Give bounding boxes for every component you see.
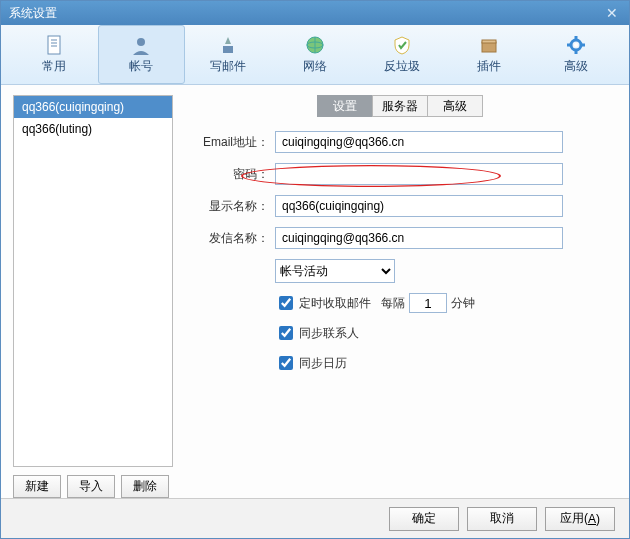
tool-label: 写邮件 [210,58,246,75]
sync-calendar-label: 同步日历 [299,355,347,372]
tool-antispam[interactable]: 反垃圾 [358,25,445,84]
apply-button[interactable]: 应用(A) [545,507,615,531]
user-icon [130,34,152,56]
inkwell-icon [217,34,239,56]
shield-icon [391,34,413,56]
window-title: 系统设置 [9,5,57,22]
password-label: 密码： [187,166,275,183]
tab-settings[interactable]: 设置 [317,95,373,117]
display-name-field[interactable] [275,195,563,217]
list-item[interactable]: qq366(luting) [14,118,172,140]
tab-advanced[interactable]: 高级 [427,95,483,117]
tool-plugins[interactable]: 插件 [445,25,532,84]
main: 设置 服务器 高级 Email地址： 密码： 显示名称： [187,95,617,498]
settings-window: 系统设置 ✕ 常用 帐号 写邮件 网络 [0,0,630,539]
sender-label: 发信名称： [187,230,275,247]
page-icon [43,34,65,56]
interval-checkbox[interactable] [279,296,293,310]
tool-label: 反垃圾 [384,58,420,75]
tool-advanced[interactable]: 高级 [532,25,619,84]
list-item[interactable]: qq366(cuiqingqing) [14,96,172,118]
interval-field[interactable] [409,293,447,313]
email-field[interactable] [275,131,563,153]
globe-icon [304,34,326,56]
tool-label: 帐号 [129,58,153,75]
tool-compose[interactable]: 写邮件 [185,25,272,84]
tool-label: 常用 [42,58,66,75]
sync-contacts-label: 同步联系人 [299,325,359,342]
interval-label: 定时收取邮件 [299,295,371,312]
svg-rect-5 [223,46,233,53]
titlebar: 系统设置 ✕ [1,1,629,25]
password-field[interactable] [275,163,563,185]
tool-network[interactable]: 网络 [272,25,359,84]
footer: 确定 取消 应用(A) [1,498,629,538]
interval-suffix: 分钟 [451,295,475,312]
account-list[interactable]: qq366(cuiqingqing) qq366(luting) [13,95,173,467]
cancel-button[interactable]: 取消 [467,507,537,531]
content: qq366(cuiqingqing) qq366(luting) 新建 导入 删… [13,95,617,498]
svg-rect-10 [482,40,496,43]
tool-label: 网络 [303,58,327,75]
tool-general[interactable]: 常用 [11,25,98,84]
tool-label: 插件 [477,58,501,75]
close-icon[interactable]: ✕ [603,4,621,22]
svg-point-12 [574,43,578,47]
svg-point-4 [137,38,145,46]
sender-name-field[interactable] [275,227,563,249]
tool-account[interactable]: 帐号 [98,25,185,84]
display-label: 显示名称： [187,198,275,215]
interval-prefix: 每隔 [381,295,405,312]
new-button[interactable]: 新建 [13,475,61,498]
account-form: Email地址： 密码： 显示名称： 发信名称： [187,131,617,383]
gear-icon [565,34,587,56]
tab-server[interactable]: 服务器 [372,95,428,117]
tabs: 设置 服务器 高级 [317,95,617,117]
sync-calendar-checkbox[interactable] [279,356,293,370]
import-button[interactable]: 导入 [67,475,115,498]
sidebar-buttons: 新建 导入 删除 [13,475,173,498]
account-status-select[interactable]: 帐号活动 [275,259,395,283]
sync-contacts-checkbox[interactable] [279,326,293,340]
email-label: Email地址： [187,134,275,151]
toolbar: 常用 帐号 写邮件 网络 反垃圾 [1,25,629,85]
delete-button[interactable]: 删除 [121,475,169,498]
tool-label: 高级 [564,58,588,75]
body: qq366(cuiqingqing) qq366(luting) 新建 导入 删… [1,85,629,498]
ok-button[interactable]: 确定 [389,507,459,531]
box-icon [478,34,500,56]
svg-rect-0 [48,36,60,54]
sidebar: qq366(cuiqingqing) qq366(luting) 新建 导入 删… [13,95,173,498]
